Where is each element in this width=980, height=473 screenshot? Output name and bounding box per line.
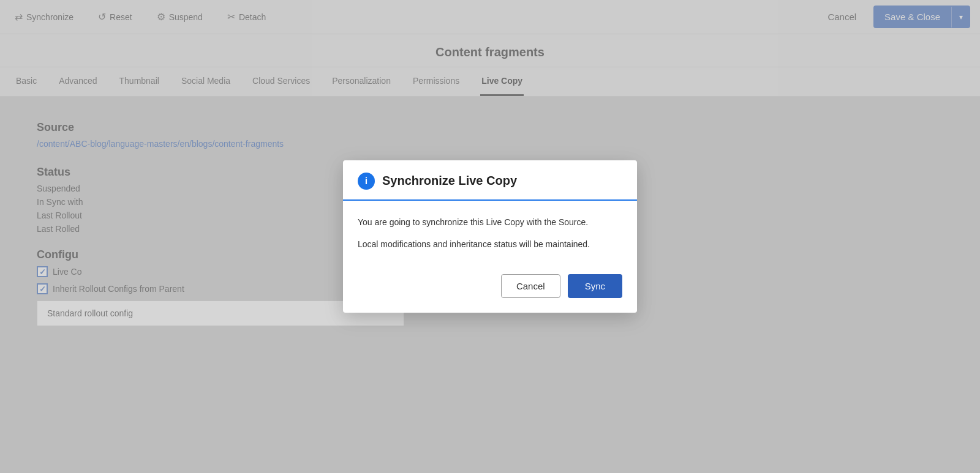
modal-overlay: i Synchronize Live Copy You are going to… bbox=[0, 0, 980, 473]
dialog-cancel-button[interactable]: Cancel bbox=[501, 274, 560, 298]
info-icon: i bbox=[358, 173, 375, 190]
dialog-footer: Cancel Sync bbox=[343, 264, 637, 313]
dialog-sync-button[interactable]: Sync bbox=[568, 274, 622, 298]
dialog-header: i Synchronize Live Copy bbox=[343, 160, 637, 201]
dialog-line1: You are going to synchronize this Live C… bbox=[358, 215, 622, 229]
dialog-body: You are going to synchronize this Live C… bbox=[343, 201, 637, 265]
synchronize-dialog: i Synchronize Live Copy You are going to… bbox=[343, 160, 637, 313]
dialog-title: Synchronize Live Copy bbox=[382, 174, 517, 188]
dialog-line2: Local modifications and inheritance stat… bbox=[358, 237, 622, 251]
